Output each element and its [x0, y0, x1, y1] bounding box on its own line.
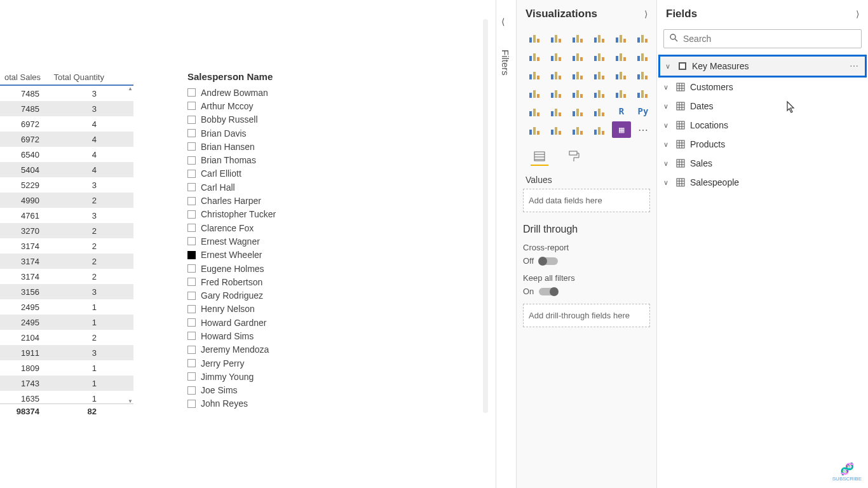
slicer-item[interactable]: Clarence Fox [187, 221, 353, 234]
key-influencers-viz-icon[interactable] [526, 121, 545, 138]
slicer-item[interactable]: John Reyes [187, 397, 353, 410]
map-viz-icon[interactable] [526, 85, 545, 101]
table-row[interactable]: 69724 [0, 132, 133, 147]
table-row[interactable]: 24951 [0, 299, 133, 315]
pie-viz-icon[interactable] [590, 66, 609, 83]
report-canvas[interactable]: otal Sales Total Quantity 74853748536972… [0, 0, 496, 488]
slicer-item[interactable]: Fred Robertson [187, 275, 353, 288]
checkbox-icon[interactable] [187, 359, 196, 367]
checkbox-icon[interactable] [187, 332, 196, 340]
expand-filters-icon[interactable]: ⟨ [501, 17, 505, 27]
field-table-customers[interactable]: ∨Customers [657, 78, 868, 97]
narrative-viz-icon[interactable] [590, 121, 609, 138]
checkbox-icon[interactable] [187, 278, 196, 286]
drill-through-drop-zone[interactable]: Add drill-through fields here [523, 304, 650, 327]
collapse-fields-icon[interactable]: ⟩ [856, 9, 859, 19]
values-drop-zone[interactable]: Add data fields here [523, 189, 650, 212]
slicer-item[interactable]: Gary Rodriguez [187, 288, 353, 302]
scroll-up-icon[interactable]: ▲ [127, 86, 133, 91]
format-tab[interactable] [565, 148, 583, 166]
checkbox-icon[interactable] [187, 372, 196, 381]
slicer-item[interactable]: Ernest Wagner [187, 234, 353, 248]
treemap-viz-icon[interactable] [634, 66, 653, 83]
checkbox-icon[interactable] [187, 400, 196, 408]
slicer-item[interactable]: Jimmy Young [187, 370, 353, 383]
table-row[interactable]: 19113 [0, 345, 133, 360]
table-row[interactable]: 18091 [0, 360, 133, 376]
paginated-viz-icon[interactable]: ▦ [612, 121, 631, 138]
line-column-viz-icon[interactable] [590, 48, 609, 64]
field-table-dates[interactable]: ∨Dates [657, 97, 868, 116]
field-table-sales[interactable]: ∨Sales [657, 154, 868, 173]
table-row[interactable]: 65404 [0, 147, 133, 162]
table-row[interactable]: 21042 [0, 330, 133, 345]
multi-card-viz-icon[interactable] [634, 85, 653, 101]
checkbox-icon[interactable] [187, 88, 196, 97]
line-column2-viz-icon[interactable] [612, 48, 631, 64]
col-header-qty[interactable]: Total Quantity [44, 70, 108, 85]
qa-viz-icon[interactable] [569, 121, 588, 138]
table-row[interactable]: 74853 [0, 86, 133, 101]
waterfall-viz-icon[interactable] [526, 66, 545, 83]
slicer-item[interactable]: Carl Hall [187, 180, 353, 194]
ribbon-viz-icon[interactable] [634, 48, 653, 64]
table-row[interactable]: 17431 [0, 376, 133, 391]
line-viz-icon[interactable] [526, 48, 545, 64]
checkbox-icon[interactable] [187, 251, 196, 259]
search-input[interactable] [683, 34, 856, 44]
gauge-viz-icon[interactable] [590, 85, 609, 101]
canvas-scrollbar[interactable] [483, 19, 488, 413]
checkbox-icon[interactable] [187, 292, 196, 300]
fields-tab[interactable] [531, 148, 548, 166]
table-row[interactable]: 24951 [0, 315, 133, 330]
100-stacked-viz-icon[interactable] [634, 29, 653, 46]
more-viz-icon[interactable]: ⋯ [634, 121, 653, 138]
field-table-salespeople[interactable]: ∨Salespeople [657, 173, 868, 192]
checkbox-icon[interactable] [187, 142, 196, 151]
card-viz-icon[interactable] [612, 85, 631, 101]
checkbox-icon[interactable] [187, 264, 196, 273]
table-row[interactable]: 31742 [0, 269, 133, 284]
checkbox-icon[interactable] [187, 386, 196, 395]
slicer-item[interactable]: Andrew Bowman [187, 86, 353, 99]
checkbox-icon[interactable] [187, 210, 196, 219]
field-table-locations[interactable]: ∨Locations [657, 116, 868, 135]
chevron-down-icon[interactable]: ∨ [663, 159, 674, 168]
scroll-down-icon[interactable]: ▼ [127, 398, 133, 403]
slicer-item[interactable]: Henry Nelson [187, 302, 353, 316]
checkbox-icon[interactable] [187, 156, 196, 165]
checkbox-icon[interactable] [187, 318, 196, 327]
collapse-viz-icon[interactable]: ⟩ [644, 9, 648, 19]
slicer-item[interactable]: Brian Davis [187, 126, 353, 140]
stacked-bar-h-viz-icon[interactable] [569, 29, 588, 46]
field-table-key-measures[interactable]: ∨Key Measures⋯ [658, 55, 867, 78]
stacked-area-viz-icon[interactable] [569, 48, 588, 64]
matrix-viz-icon[interactable] [590, 103, 609, 119]
clustered-bar-viz-icon[interactable] [547, 29, 566, 46]
table-viz-icon[interactable] [569, 103, 588, 119]
checkbox-icon[interactable] [187, 197, 196, 205]
slicer-viz-icon[interactable] [547, 103, 566, 119]
slicer-item[interactable]: Christopher Tucker [187, 208, 353, 221]
clustered-column-viz-icon[interactable] [590, 29, 609, 46]
slicer-item[interactable]: Ernest Wheeler [187, 248, 353, 262]
slicer-item[interactable]: Brian Hansen [187, 140, 353, 153]
checkbox-icon[interactable] [187, 170, 196, 178]
py-viz-icon[interactable]: Py [634, 103, 653, 119]
chevron-down-icon[interactable]: ∨ [663, 179, 674, 187]
shape-map-viz-icon[interactable] [569, 85, 588, 101]
slicer-item[interactable]: Jeremy Mendoza [187, 343, 353, 356]
slicer-item[interactable]: Bobby Russell [187, 113, 353, 126]
slicer-item[interactable]: Arthur Mccoy [187, 99, 353, 112]
table-row[interactable]: 31742 [0, 238, 133, 254]
checkbox-icon[interactable] [187, 102, 196, 110]
chevron-down-icon[interactable]: ∨ [663, 102, 674, 111]
slicer-item[interactable]: Joe Sims [187, 384, 353, 397]
area-viz-icon[interactable] [547, 48, 566, 64]
more-icon[interactable]: ⋯ [850, 61, 858, 71]
field-table-products[interactable]: ∨Products [657, 135, 868, 154]
chevron-down-icon[interactable]: ∨ [663, 140, 674, 149]
slicer-item[interactable]: Howard Sims [187, 329, 353, 342]
fields-search[interactable] [663, 29, 862, 48]
chevron-down-icon[interactable]: ∨ [663, 121, 674, 130]
